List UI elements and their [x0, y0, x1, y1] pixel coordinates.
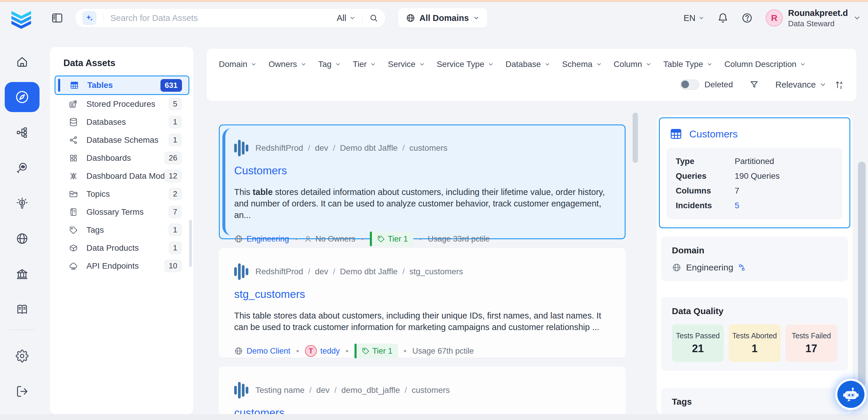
filter-table-type[interactable]: Table Type	[663, 60, 713, 69]
asset-type-data-products[interactable]: Data Products 1	[50, 239, 193, 257]
owner-chip[interactable]: T teddy	[305, 345, 340, 357]
sidebar-toggle-icon[interactable]	[51, 11, 64, 25]
asset-type-tables[interactable]: Tables 631	[55, 76, 189, 95]
nav-explore-icon[interactable]	[5, 82, 39, 112]
filter-funnel-icon[interactable]	[749, 80, 759, 89]
filter-column-description[interactable]: Column Description	[724, 60, 806, 69]
stat-value-queries: 190 Queries	[735, 171, 780, 181]
filter-schema[interactable]: Schema	[562, 60, 602, 69]
filter-domain[interactable]: Domain	[219, 60, 257, 69]
ai-sparkle-icon[interactable]	[82, 11, 96, 25]
result-title-link[interactable]: stg_customers	[234, 288, 610, 301]
breadcrumb-segment[interactable]: RedshiftProd	[255, 267, 303, 276]
search-input[interactable]	[110, 13, 337, 23]
filter-tag[interactable]: Tag	[318, 60, 341, 69]
svg-text:A: A	[840, 81, 843, 85]
preview-title-link[interactable]: Customers	[689, 128, 738, 140]
assets-scrollbar[interactable]	[189, 220, 192, 267]
help-icon[interactable]	[741, 12, 753, 24]
nav-settings-icon[interactable]	[14, 348, 30, 364]
nav-domains-icon[interactable]	[14, 230, 30, 247]
global-search-bar[interactable]: All	[75, 8, 386, 28]
search-scope-dropdown[interactable]: All	[337, 13, 356, 23]
search-icon[interactable]	[369, 13, 378, 23]
sort-by-value: Relevance	[775, 80, 816, 90]
asset-type-tags[interactable]: Tags 1	[50, 221, 193, 239]
breadcrumb-segment[interactable]: customers	[412, 386, 450, 395]
sort-direction-icon[interactable]: AZ	[835, 80, 845, 90]
filter-service-type[interactable]: Service Type	[437, 60, 494, 69]
filter-control-row: Deleted Relevance AZ	[219, 73, 845, 96]
nav-observability-icon[interactable]	[14, 159, 30, 176]
asset-type-glossary-terms[interactable]: Glossary Terms 7	[50, 203, 193, 221]
domain-chip[interactable]: Demo Client	[234, 347, 290, 356]
filter-database[interactable]: Database	[505, 60, 550, 69]
divider	[103, 13, 103, 23]
language-selector[interactable]: EN	[684, 13, 704, 23]
api-endpoint-icon	[68, 261, 79, 271]
asset-type-stored-procedures[interactable]: Stored Procedures 5	[50, 95, 193, 113]
filter-owners[interactable]: Owners	[269, 60, 306, 69]
language-value: EN	[684, 13, 695, 23]
user-menu[interactable]: R Rounakpreet.d Data Steward	[766, 8, 861, 29]
ai-chat-assistant-button[interactable]	[837, 381, 864, 408]
asset-type-api-endpoints[interactable]: API Endpoints 10	[50, 257, 193, 275]
nav-glossary-icon[interactable]	[14, 301, 30, 318]
asset-count-badge: 26	[164, 152, 182, 164]
result-card-customers-testing[interactable]: Testing name/ dev/ demo_dbt_jaffle/ cust…	[219, 367, 626, 414]
asset-type-dashboard-data-models[interactable]: Dashboard Data Models 12	[50, 167, 193, 185]
filter-column[interactable]: Column	[614, 60, 652, 69]
page-scrollbar[interactable]	[858, 162, 866, 386]
filter-service[interactable]: Service	[388, 60, 425, 69]
nav-logout-icon[interactable]	[14, 383, 30, 400]
toggle-knob	[681, 81, 689, 88]
nav-lineage-icon[interactable]	[14, 124, 30, 141]
topic-icon	[68, 189, 79, 199]
card-breadcrumb-row: RedshiftProd/ dev/ Demo dbt Jaffle/ stg_…	[234, 263, 610, 280]
domain-value-row[interactable]: Engineering	[672, 263, 837, 272]
asset-type-topics[interactable]: Topics 2	[50, 185, 193, 203]
deleted-toggle[interactable]	[680, 80, 699, 90]
breadcrumb-segment[interactable]: stg_customers	[409, 267, 463, 276]
breadcrumb-segment[interactable]: RedshiftProd	[255, 143, 303, 153]
globe-icon	[234, 347, 243, 355]
asset-count-badge: 631	[160, 79, 182, 92]
sort-by-dropdown[interactable]: Relevance	[775, 80, 827, 90]
tier-badge[interactable]: Tier 1	[354, 343, 398, 358]
breadcrumb-segment[interactable]: dev	[315, 267, 328, 276]
asset-type-database-schemas[interactable]: Database Schemas 1	[50, 131, 193, 149]
asset-type-databases[interactable]: Databases 1	[50, 113, 193, 131]
asset-type-dashboards[interactable]: Dashboards 26	[50, 149, 193, 167]
breadcrumb-segment[interactable]: Demo dbt Jaffle	[340, 267, 398, 276]
result-card-customers[interactable]: RedshiftProd/ dev/ Demo dbt Jaffle/ cust…	[219, 124, 626, 239]
breadcrumb-segment[interactable]: demo_dbt_jaffle	[341, 386, 400, 395]
breadcrumb-segment[interactable]: Demo dbt Jaffle	[340, 143, 398, 153]
result-title-link[interactable]: Customers	[234, 164, 610, 177]
results-scrollbar[interactable]	[633, 113, 638, 163]
stat-value-incidents-link[interactable]: 5	[735, 201, 739, 210]
asset-type-label: Topics	[86, 189, 169, 199]
asset-type-label: Data Products	[86, 243, 169, 253]
filter-tier[interactable]: Tier	[353, 60, 376, 69]
result-card-stg-customers[interactable]: RedshiftProd/ dev/ Demo dbt Jaffle/ stg_…	[219, 248, 626, 358]
globe-icon	[234, 235, 243, 243]
nav-govern-icon[interactable]	[14, 266, 30, 282]
collate-logo[interactable]	[10, 7, 32, 29]
tier-badge[interactable]: Tier 1	[370, 232, 413, 246]
card-breadcrumb-row: RedshiftProd/ dev/ Demo dbt Jaffle/ cust…	[234, 139, 610, 157]
domain-chip[interactable]: Engineering	[234, 235, 289, 244]
all-domains-dropdown[interactable]: All Domains	[398, 8, 487, 28]
tier-value: Tier 1	[388, 235, 408, 244]
nav-insights-icon[interactable]	[14, 195, 30, 211]
breadcrumb-segment[interactable]: dev	[315, 143, 328, 153]
result-title-link[interactable]: customers	[234, 407, 610, 414]
breadcrumb-segment[interactable]: customers	[409, 143, 447, 153]
data-model-icon	[68, 171, 79, 181]
notifications-bell-icon[interactable]	[717, 12, 728, 24]
breadcrumb-segment[interactable]: dev	[316, 386, 330, 395]
asset-type-label: Glossary Terms	[86, 207, 169, 217]
chevron-down-icon	[301, 61, 306, 67]
top-banner-strip	[0, 0, 868, 2]
breadcrumb-segment[interactable]: Testing name	[255, 386, 305, 395]
nav-home-icon[interactable]	[14, 53, 30, 70]
